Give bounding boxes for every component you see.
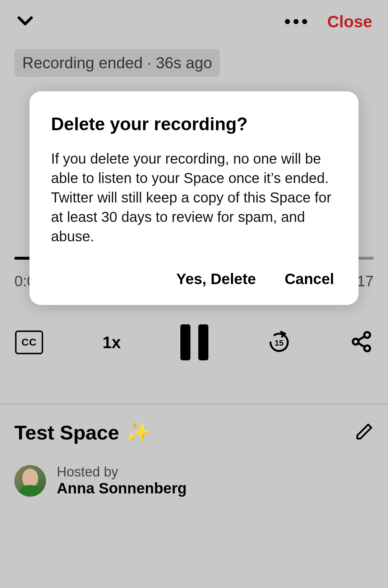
recording-status-pill: Recording ended · 36s ago [14, 49, 220, 77]
host-avatar[interactable] [14, 465, 46, 497]
edit-title-button[interactable] [355, 422, 374, 442]
svg-line-4 [358, 343, 365, 347]
dialog-body: If you delete your recording, no one wil… [51, 149, 337, 246]
svg-line-3 [358, 336, 365, 340]
more-icon[interactable] [285, 19, 307, 24]
chevron-down-icon[interactable] [16, 12, 34, 32]
pause-button[interactable] [180, 324, 208, 360]
cancel-button[interactable]: Cancel [285, 270, 334, 288]
top-bar: Close [0, 0, 388, 39]
playback-speed-button[interactable]: 1x [102, 333, 121, 352]
svg-point-2 [364, 346, 370, 351]
skip-forward-15-button[interactable]: 15 [268, 331, 291, 354]
space-title: Test Space ✨ [14, 420, 151, 444]
section-divider [0, 404, 388, 404]
host-name[interactable]: Anna Sonnenberg [57, 480, 187, 497]
confirm-delete-button[interactable]: Yes, Delete [176, 270, 256, 288]
player-controls: CC 1x 15 [14, 324, 374, 360]
skip-seconds-label: 15 [275, 338, 283, 348]
sparkles-icon: ✨ [126, 420, 151, 444]
captions-button[interactable]: CC [15, 331, 43, 354]
hosted-by-label: Hosted by [57, 464, 187, 480]
share-icon[interactable] [350, 330, 373, 355]
dialog-title: Delete your recording? [51, 114, 337, 135]
host-row: Hosted by Anna Sonnenberg [14, 464, 374, 497]
close-button[interactable]: Close [327, 12, 372, 31]
delete-recording-dialog: Delete your recording? If you delete you… [29, 91, 359, 305]
svg-point-0 [364, 332, 370, 338]
svg-point-1 [353, 339, 359, 345]
